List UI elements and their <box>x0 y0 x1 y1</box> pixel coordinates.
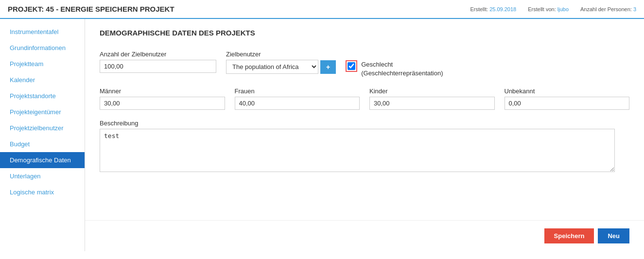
erstellt-von: Erstellt von: ljubo <box>528 6 569 12</box>
manner-group: Männer <box>100 87 225 110</box>
geschlecht-label: Geschlecht (Geschlechterrepräsentation) <box>361 60 443 78</box>
add-zielbenutzer-button[interactable]: + <box>320 60 336 74</box>
frauen-input[interactable] <box>235 97 360 110</box>
erstellt-label: Erstellt: 25.09.2018 <box>470 6 516 12</box>
zielbenutzer-select[interactable]: The population of Africa <box>226 60 318 74</box>
sidebar-item-unterlagen[interactable]: Unterlagen <box>0 168 85 184</box>
page-title: PROJEKT: 45 - ENERGIE SPEICHERN PROJEKT <box>8 5 174 13</box>
beschreibung-group: Beschreibung test <box>100 120 629 172</box>
kinder-label: Kinder <box>369 87 495 95</box>
page-header: PROJEKT: 45 - ENERGIE SPEICHERN PROJEKT … <box>0 0 644 19</box>
anzahl-zielbenutzer-label: Anzahl der Zielbenutzer <box>100 51 216 58</box>
erstellt-von-value[interactable]: ljubo <box>557 6 569 12</box>
kinder-group: Kinder <box>369 87 495 110</box>
frauen-label: Frauen <box>235 87 360 95</box>
sidebar-item-budget[interactable]: Budget <box>0 136 85 152</box>
zielbenutzer-group: Zielbenutzer The population of Africa + <box>226 51 336 74</box>
layout: Instrumententafel Grundinformationen Pro… <box>0 19 644 251</box>
beschreibung-label: Beschreibung <box>100 120 629 127</box>
sidebar-item-kalender[interactable]: Kalender <box>0 72 85 88</box>
frauen-group: Frauen <box>235 87 360 110</box>
sidebar-item-logische-matrix[interactable]: Logische matrix <box>0 184 85 200</box>
kinder-input[interactable] <box>369 97 495 110</box>
speichern-button[interactable]: Speichern <box>544 228 594 243</box>
anzahl-value[interactable]: 3 <box>633 6 636 12</box>
gender-fields-row: Männer Frauen Kinder Unbekannt <box>100 87 629 110</box>
anzahl-personen: Anzahl der Personen: 3 <box>580 6 636 12</box>
sidebar-item-projektzielbenutzer[interactable]: Projektzielbenutzer <box>0 120 85 136</box>
sidebar-item-demografische-daten[interactable]: Demografische Daten <box>0 152 85 168</box>
header-meta: Erstellt: 25.09.2018 Erstellt von: ljubo… <box>470 6 636 12</box>
sidebar-item-projektstandorte[interactable]: Projektstandorte <box>0 88 85 104</box>
sidebar-item-projektteam[interactable]: Projektteam <box>0 56 85 72</box>
geschlecht-checkbox-wrapper <box>346 60 357 72</box>
sidebar-item-grundinformationen[interactable]: Grundinformationen <box>0 40 85 56</box>
manner-label: Männer <box>100 87 225 95</box>
sidebar: Instrumententafel Grundinformationen Pro… <box>0 19 85 251</box>
zielbenutzer-label: Zielbenutzer <box>226 51 336 58</box>
manner-input[interactable] <box>100 97 225 110</box>
neu-button[interactable]: Neu <box>598 228 629 243</box>
anzahl-zielbenutzer-input[interactable] <box>100 60 216 73</box>
section-title: DEMOGRAPHISCHE DATEN DES PROJEKTS <box>100 29 629 41</box>
geschlecht-checkbox[interactable] <box>348 62 355 70</box>
sidebar-item-projekteigentumer[interactable]: Projekteigentümer <box>0 104 85 120</box>
form-row-1: Anzahl der Zielbenutzer Zielbenutzer The… <box>100 51 629 78</box>
beschreibung-textarea[interactable]: test <box>100 129 615 172</box>
footer-bar: Speichern Neu <box>85 220 644 251</box>
anzahl-zielbenutzer-group: Anzahl der Zielbenutzer <box>100 51 216 73</box>
erstellt-date[interactable]: 25.09.2018 <box>489 6 516 12</box>
zielbenutzer-dropdown-container: The population of Africa + <box>226 60 336 74</box>
geschlecht-checkbox-group: Geschlecht (Geschlechterrepräsentation) <box>346 60 443 78</box>
unbekannt-label: Unbekannt <box>505 87 630 95</box>
unbekannt-input[interactable] <box>505 97 630 110</box>
main-content: DEMOGRAPHISCHE DATEN DES PROJEKTS Anzahl… <box>85 19 644 220</box>
sidebar-item-instrumententafel[interactable]: Instrumententafel <box>0 24 85 40</box>
unbekannt-group: Unbekannt <box>505 87 630 110</box>
